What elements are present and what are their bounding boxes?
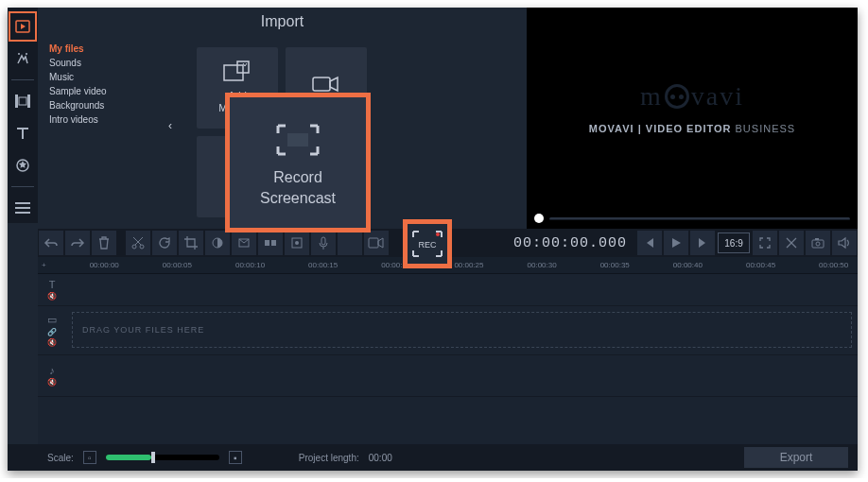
video-track-icon: ▭ — [47, 314, 57, 326]
svg-point-1 — [26, 53, 27, 55]
more-tab[interactable] — [9, 193, 37, 223]
category-item[interactable]: My files — [49, 42, 107, 56]
volume-button[interactable] — [832, 231, 857, 255]
timeline-panel: + 00:00:0000:00:0500:00:1000:00:1500:00:… — [38, 257, 858, 444]
prev-frame-button[interactable] — [637, 231, 662, 255]
snapshot-button[interactable] — [806, 231, 830, 255]
export-button[interactable]: Export — [744, 447, 848, 468]
stickers-tab[interactable] — [9, 150, 37, 181]
brand-logo: mvavi — [640, 81, 744, 112]
link-icon[interactable]: 🔗 — [47, 328, 57, 336]
record-screencast-highlight[interactable]: Record Screencast — [225, 93, 371, 232]
cut-button[interactable] — [126, 231, 150, 255]
svg-rect-8 — [15, 207, 30, 209]
playhead-dot-icon[interactable] — [534, 214, 544, 223]
audio-track[interactable]: ♪ 🔇 — [38, 355, 858, 397]
zoom-slider[interactable] — [106, 455, 219, 460]
voiceover-button[interactable] — [311, 231, 336, 255]
svg-point-14 — [132, 245, 136, 249]
video-track[interactable]: ▭ 🔗 🔇 DRAG YOUR FILES HERE — [38, 306, 858, 355]
record-button[interactable] — [338, 231, 362, 255]
vertical-toolbar — [8, 8, 38, 223]
svg-rect-12 — [313, 77, 330, 91]
mute-icon[interactable]: 🔇 — [47, 292, 57, 301]
category-item[interactable]: Sounds — [49, 56, 107, 70]
rec-button-highlight[interactable]: REC — [403, 219, 452, 268]
camera-icon — [313, 76, 339, 95]
svg-rect-3 — [15, 95, 18, 108]
import-tab[interactable] — [9, 11, 37, 42]
svg-point-15 — [140, 245, 144, 249]
filters-tab[interactable] — [9, 43, 37, 74]
scale-label: Scale: — [47, 453, 74, 463]
transitions-tab[interactable] — [9, 86, 37, 116]
app-window: Import My files Sounds Music Sample vide… — [8, 8, 858, 471]
next-frame-button[interactable] — [690, 231, 715, 255]
preview-scrubber[interactable] — [527, 208, 858, 229]
category-item[interactable]: Music — [49, 70, 107, 84]
zoom-out-button[interactable]: ▫ — [83, 451, 96, 464]
svg-point-25 — [816, 242, 820, 246]
drop-zone[interactable]: DRAG YOUR FILES HERE — [72, 312, 852, 348]
mute-icon[interactable]: 🔇 — [47, 378, 57, 387]
titles-tab[interactable] — [9, 118, 37, 148]
brand-line: MOVAVI | VIDEO EDITOR BUSINESS — [589, 123, 795, 134]
project-length-value: 00:00 — [369, 453, 392, 463]
rotate-button[interactable] — [152, 231, 177, 255]
zoom-in-button[interactable]: ▪ — [229, 451, 242, 464]
delete-button[interactable] — [92, 231, 116, 255]
clip-props-button[interactable] — [232, 231, 256, 255]
redo-button[interactable] — [65, 231, 90, 255]
aspect-ratio-display[interactable]: 16:9 — [718, 232, 750, 253]
svg-rect-5 — [19, 97, 26, 105]
svg-rect-23 — [369, 238, 378, 248]
panel-title: Import — [38, 8, 527, 36]
collapse-chevron-icon[interactable]: ‹ — [168, 119, 172, 132]
preview-panel: mvavi MOVAVI | VIDEO EDITOR BUSINESS — [527, 8, 858, 229]
undo-button[interactable] — [39, 231, 63, 255]
svg-point-27 — [436, 232, 440, 236]
audio-props-button[interactable] — [285, 231, 309, 255]
title-track-icon: T — [49, 279, 56, 290]
category-item[interactable]: Intro videos — [49, 112, 107, 127]
svg-point-2 — [18, 53, 20, 55]
svg-text:REC: REC — [418, 240, 437, 250]
status-bar: Scale: ▫ ▪ Project length: 00:00 Export — [8, 444, 858, 471]
play-button[interactable] — [664, 231, 688, 255]
webcam-button[interactable] — [364, 231, 389, 255]
svg-rect-19 — [271, 240, 276, 246]
svg-rect-26 — [815, 238, 819, 240]
svg-rect-9 — [15, 212, 30, 214]
svg-rect-24 — [812, 240, 824, 248]
reel-icon — [665, 84, 689, 109]
mute-icon[interactable]: 🔇 — [47, 338, 57, 347]
rec-icon: REC — [411, 230, 443, 258]
detach-button[interactable] — [779, 231, 804, 255]
category-item[interactable]: Backgrounds — [49, 98, 107, 112]
category-item[interactable]: Sample video — [49, 84, 107, 98]
expand-button[interactable] — [753, 231, 777, 255]
audio-track-icon: ♪ — [49, 365, 55, 376]
color-button[interactable] — [205, 231, 230, 255]
screencast-frame-icon — [276, 124, 320, 160]
project-length-label: Project length: — [299, 453, 359, 463]
media-icon — [224, 61, 251, 84]
svg-rect-13 — [287, 133, 308, 146]
timecode-display: 00:00:00.000 — [513, 235, 627, 251]
crop-button[interactable] — [179, 231, 203, 255]
svg-rect-4 — [27, 95, 30, 108]
svg-point-21 — [295, 241, 299, 245]
category-list: My files Sounds Music Sample video Backg… — [49, 42, 107, 127]
svg-rect-7 — [15, 202, 30, 204]
title-track[interactable]: T 🔇 — [38, 274, 858, 306]
svg-rect-18 — [265, 240, 269, 246]
tile-label: Record Screencast — [260, 167, 336, 209]
svg-rect-22 — [321, 237, 325, 245]
transition-wizard-button[interactable] — [258, 231, 283, 255]
